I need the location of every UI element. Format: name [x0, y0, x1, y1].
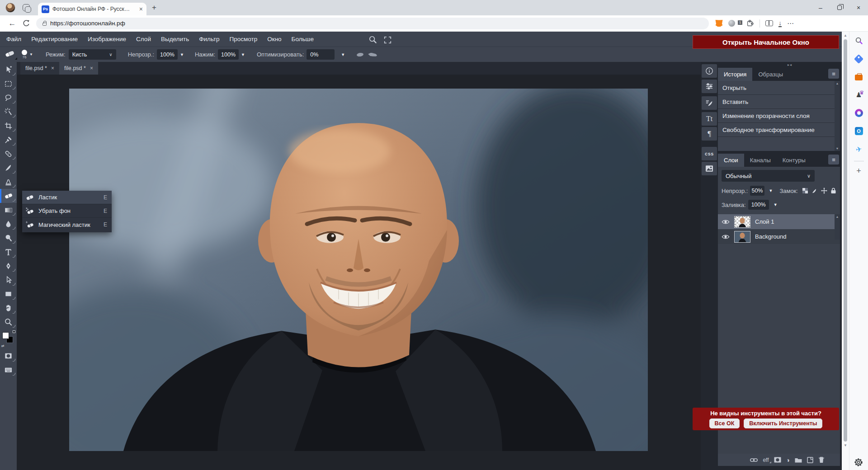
- scroll-up-icon[interactable]: ▲: [836, 82, 839, 85]
- tool-keyboard-shortcuts[interactable]: [0, 363, 17, 377]
- tool-lasso[interactable]: [0, 91, 17, 105]
- menu-edit[interactable]: Редактирование: [26, 36, 83, 42]
- flyout-item-magic-eraser[interactable]: Магический ластик E: [22, 218, 112, 231]
- tool-eraser[interactable]: [0, 189, 17, 203]
- panel-adjustments-icon[interactable]: [702, 80, 717, 93]
- layer-opacity-arrow[interactable]: ▼: [769, 188, 773, 193]
- layer-thumbnail[interactable]: [734, 216, 750, 228]
- tool-pen[interactable]: [0, 259, 17, 273]
- tool-magic-wand[interactable]: [0, 105, 17, 119]
- tab-channels[interactable]: Каналы: [744, 154, 777, 167]
- layers-scrollbar[interactable]: ▲: [835, 214, 840, 240]
- scrollbar-thumb[interactable]: [844, 39, 847, 442]
- tab-paths[interactable]: Контуры: [777, 154, 811, 167]
- flow-dropdown-arrow[interactable]: ▼: [241, 52, 245, 57]
- refresh-button[interactable]: [19, 19, 33, 27]
- tool-blur[interactable]: [0, 217, 17, 231]
- page-scrollbar[interactable]: ▲ ▼: [842, 32, 849, 470]
- restore-button[interactable]: [830, 0, 849, 15]
- panel-typography-icon[interactable]: Tt: [702, 112, 717, 126]
- tool-gradient[interactable]: [0, 203, 17, 217]
- sidebar-drop[interactable]: ✈: [849, 140, 868, 158]
- settings-gear-icon[interactable]: [854, 457, 863, 467]
- opacity-input[interactable]: 100%: [157, 49, 178, 60]
- brush-size-preview[interactable]: 76: [22, 50, 27, 59]
- layer-opacity-input[interactable]: 50%: [750, 186, 764, 196]
- tool-healing-brush[interactable]: [0, 147, 17, 161]
- link-layers-icon[interactable]: [750, 457, 758, 463]
- tool-dodge[interactable]: [0, 231, 17, 245]
- opacity-dropdown-arrow[interactable]: ▼: [180, 52, 184, 57]
- history-menu-button[interactable]: ≡: [828, 69, 839, 79]
- doc-tab-2-close-icon[interactable]: ×: [90, 65, 93, 71]
- brush-tip-flat-icon[interactable]: [368, 52, 377, 57]
- swap-colors-icon[interactable]: ⇄: [1, 344, 5, 348]
- visibility-eye-icon[interactable]: [722, 234, 730, 240]
- lock-all-icon[interactable]: [830, 188, 836, 194]
- visibility-eye-icon[interactable]: [722, 219, 730, 225]
- sidebar-tools[interactable]: [849, 68, 868, 86]
- scrollbar-down-icon[interactable]: ▼: [844, 443, 847, 447]
- scrollbar-up-icon[interactable]: ▲: [844, 33, 847, 38]
- tool-clone-stamp[interactable]: [0, 175, 17, 189]
- color-swatches[interactable]: ⇄: [0, 329, 17, 349]
- menu-image[interactable]: Изображение: [83, 36, 131, 42]
- optimize-input[interactable]: 0%: [307, 49, 335, 60]
- menu-window[interactable]: Окно: [262, 36, 286, 42]
- tool-marquee[interactable]: [0, 77, 17, 91]
- downloads-button[interactable]: ↓: [778, 20, 782, 27]
- menu-filter[interactable]: Фильтр: [194, 36, 224, 42]
- history-item[interactable]: Свободное трансформирование: [718, 123, 840, 137]
- tool-path-select[interactable]: [0, 273, 17, 287]
- lock-transparency-icon[interactable]: [802, 188, 808, 194]
- tab-layers[interactable]: Слои: [718, 154, 744, 167]
- brush-tip-soft-icon[interactable]: [357, 52, 364, 56]
- back-button[interactable]: ←: [5, 19, 19, 28]
- sidebar-outlook[interactable]: O: [849, 122, 868, 140]
- panel-info-icon[interactable]: [702, 64, 717, 78]
- layer-effects-button[interactable]: eff: [763, 457, 769, 463]
- scroll-up-icon[interactable]: ▲: [836, 215, 839, 218]
- fullscreen-icon[interactable]: [384, 36, 392, 44]
- canvas-photo[interactable]: [69, 89, 648, 451]
- tab-history[interactable]: История: [718, 68, 752, 81]
- profile-avatar[interactable]: [5, 3, 15, 13]
- menu-layer[interactable]: Слой: [131, 36, 156, 42]
- enable-tools-button[interactable]: Включить Инструменты: [744, 418, 822, 428]
- current-tool-eraser-icon[interactable]: [5, 49, 14, 60]
- flyout-item-remove-background[interactable]: Убрать фон E: [22, 204, 112, 218]
- layers-menu-button[interactable]: ≡: [828, 155, 839, 164]
- new-group-icon[interactable]: [795, 457, 802, 463]
- history-item[interactable]: Изменение прозрачности слоя: [718, 109, 840, 123]
- new-layer-icon[interactable]: [807, 457, 813, 463]
- tool-shape[interactable]: [0, 287, 17, 301]
- menu-view[interactable]: Просмотр: [225, 36, 263, 42]
- tool-brush[interactable]: [0, 161, 17, 175]
- tool-move[interactable]: [0, 63, 17, 77]
- menu-more[interactable]: Больше: [287, 36, 319, 42]
- delete-layer-icon[interactable]: [818, 456, 825, 463]
- open-start-window-button[interactable]: Открыть Начальное Окно: [693, 35, 839, 49]
- panel-image-icon[interactable]: [702, 162, 717, 175]
- workspaces-icon[interactable]: [23, 4, 30, 11]
- fill-arrow[interactable]: ▼: [774, 202, 778, 207]
- menu-select[interactable]: Выделить: [156, 36, 194, 42]
- tool-hand[interactable]: [0, 301, 17, 315]
- tool-type[interactable]: [0, 245, 17, 259]
- mode-select[interactable]: Кисть ∨: [69, 49, 116, 60]
- browser-tab[interactable]: Ps Фотошоп Онлайн РФ - Русская ×: [38, 3, 146, 15]
- fill-input[interactable]: 100%: [748, 200, 769, 210]
- lock-pixels-icon[interactable]: [811, 188, 818, 194]
- brush-dropdown-arrow[interactable]: ▼: [29, 52, 33, 56]
- panel-css-icon[interactable]: css: [702, 147, 717, 160]
- default-colors-icon[interactable]: [13, 330, 15, 333]
- new-tab-button[interactable]: +: [152, 3, 156, 12]
- optimize-dropdown-arrow[interactable]: ▼: [341, 52, 345, 57]
- menu-file[interactable]: Файл: [1, 36, 26, 42]
- tool-quick-mask[interactable]: [0, 349, 17, 363]
- add-mask-icon[interactable]: [774, 457, 781, 463]
- tab-swatches[interactable]: Образцы: [752, 68, 789, 81]
- sidebar-add-button[interactable]: +: [849, 164, 868, 178]
- tab-close-icon[interactable]: ×: [139, 6, 143, 12]
- warning-ok-button[interactable]: Все ОК: [709, 418, 740, 428]
